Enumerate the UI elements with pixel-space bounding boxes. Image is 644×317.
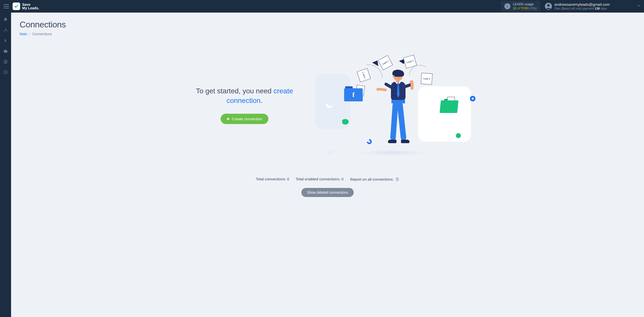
create-connection-button[interactable]: ✚ Create connection: [221, 114, 268, 124]
breadcrumb: Main / Connections: [20, 32, 635, 36]
svg-point-2: [5, 28, 6, 29]
hamburger-menu-icon[interactable]: [4, 4, 9, 9]
svg-rect-6: [4, 50, 7, 53]
empty-state-text: To get started, you need create connecti…: [184, 86, 305, 105]
report-all-connections[interactable]: Report on all connections:: [350, 177, 399, 181]
leads-usage-box[interactable]: i LEADS usage: 12 of 5'000 (0%): [501, 1, 540, 12]
page-title: Connections: [20, 20, 635, 29]
show-deleted-button[interactable]: Show deleted connections: [301, 188, 353, 197]
stat-enabled-connections: Total enabled connections: 0: [296, 177, 344, 181]
stat-total-connections: Total connections: 0: [256, 177, 289, 181]
usage-title: LEADS usage:: [513, 2, 537, 6]
sidebar-item-account[interactable]: [0, 57, 11, 66]
destination-folder-icon: [440, 99, 458, 113]
logo-badge-icon: [13, 3, 20, 10]
breadcrumb-separator: /: [29, 32, 30, 36]
sidebar-item-billing[interactable]: $: [0, 36, 11, 45]
topbar: Save My Leads. i LEADS usage: 12 of 5'00…: [0, 0, 644, 13]
brand-logo[interactable]: Save My Leads.: [13, 3, 39, 10]
empty-state-illustration: ▾ Lead 1 Lead 2 Lead 3 Lead 4 f: [315, 54, 471, 157]
usage-value: 12 of 5'000 (0%): [513, 6, 537, 10]
svg-point-1: [547, 4, 549, 7]
sidebar-item-home[interactable]: [0, 15, 11, 24]
breadcrumb-main[interactable]: Main: [20, 32, 27, 36]
person-illustration: [383, 71, 414, 149]
sidebar-item-briefcase[interactable]: [0, 46, 11, 56]
sidebar: $ ?: [0, 13, 11, 317]
stats-row: Total connections: 0 Total enabled conne…: [20, 177, 635, 181]
plus-icon: ✚: [227, 117, 230, 121]
account-email: andrewsavemyleads@gmail.com: [554, 2, 610, 7]
document-icon: [395, 177, 399, 181]
breadcrumb-current: Connections: [32, 32, 52, 36]
sidebar-item-help[interactable]: ?: [0, 67, 11, 77]
sidebar-item-connections[interactable]: [0, 25, 11, 35]
brand-name: Save My Leads.: [22, 3, 39, 10]
svg-text:$: $: [5, 39, 7, 43]
avatar-icon: [545, 3, 552, 10]
account-block[interactable]: andrewsavemyleads@gmail.com Plan |Basic|…: [545, 2, 610, 10]
facebook-folder-icon: f: [344, 86, 363, 101]
chevron-down-icon[interactable]: [637, 4, 640, 9]
account-plan: Plan |Basic| left until payment 138 days: [554, 7, 610, 10]
svg-point-8: [5, 61, 6, 62]
main-content: Connections Main / Connections To get st…: [11, 13, 644, 317]
svg-text:?: ?: [5, 71, 7, 74]
info-icon: i: [504, 3, 510, 9]
